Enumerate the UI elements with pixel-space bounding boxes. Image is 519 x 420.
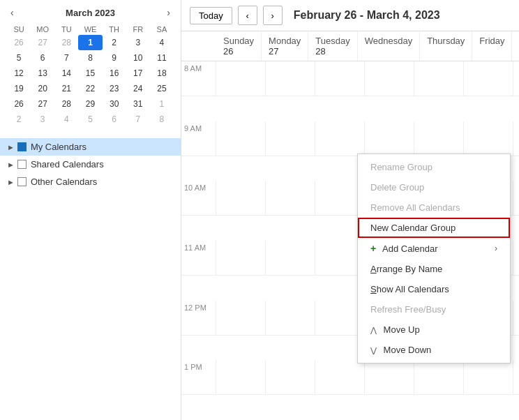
cal-day-8[interactable]: 8 (150, 112, 174, 127)
time-slot-day-4[interactable] (414, 61, 464, 96)
menu-item-refresh-free-busy[interactable]: Refresh Free/Busy (358, 299, 510, 320)
time-slot-day-4[interactable] (414, 360, 464, 395)
next-month-button[interactable]: › (163, 6, 174, 20)
group-item-my-calendars[interactable]: ► My Calendars (0, 138, 181, 156)
group-item-shared-calendars[interactable]: ► Shared Calendars (0, 156, 181, 173)
time-slot-day-3[interactable] (365, 121, 414, 156)
time-header-spacer (181, 31, 216, 61)
cal-day-5[interactable]: 5 (7, 50, 31, 66)
time-slot-day-3[interactable] (365, 61, 414, 96)
time-slot-day-1[interactable] (266, 241, 315, 276)
cal-day-26[interactable]: 26 (7, 96, 31, 112)
time-slot-day-2[interactable] (315, 360, 365, 395)
cal-day-9[interactable]: 9 (103, 50, 126, 66)
cal-day-5[interactable]: 5 (78, 112, 102, 127)
menu-item-show-all-calendars[interactable]: Show All Calendars (358, 279, 510, 299)
menu-item-rename-group[interactable]: Rename Group (358, 157, 510, 177)
cal-day-27[interactable]: 27 (31, 35, 54, 50)
time-slot-day-1[interactable] (266, 181, 315, 216)
cal-day-21[interactable]: 21 (54, 81, 78, 96)
cal-day-1[interactable]: 1 (78, 35, 102, 50)
menu-item-add-calendar[interactable]: + Add Calendar › (358, 238, 510, 259)
next-week-button[interactable]: › (263, 6, 283, 25)
today-button[interactable]: Today (190, 7, 232, 24)
toolbar: Today ‹ › February 26 - March 4, 2023 (181, 0, 519, 31)
cal-day-20[interactable]: 20 (31, 81, 54, 96)
time-slot-day-0[interactable] (216, 241, 266, 276)
cal-day-1[interactable]: 1 (150, 96, 174, 112)
time-slot-day-6[interactable] (513, 301, 519, 336)
cal-day-19[interactable]: 19 (7, 81, 31, 96)
time-slot-day-2[interactable] (315, 61, 365, 96)
day-header-sunday: Sunday 26 (216, 31, 262, 61)
cal-day-2[interactable]: 2 (103, 35, 126, 50)
cal-day-15[interactable]: 15 (78, 66, 102, 81)
cal-day-14[interactable]: 14 (54, 66, 78, 81)
cal-day-7[interactable]: 7 (54, 50, 78, 66)
calendar-grid: SUMOTUWETHFRSA 2627281234567891011121314… (7, 24, 174, 127)
menu-item-remove-all-calendars[interactable]: Remove All Calendars (358, 197, 510, 218)
cal-day-4[interactable]: 4 (150, 35, 174, 50)
context-menu: Rename Group Delete Group Remove All Cal… (357, 153, 511, 363)
menu-item-move-down[interactable]: ⋁ Move Down (358, 340, 510, 360)
time-slot-day-6[interactable] (513, 121, 519, 156)
time-slot-day-1[interactable] (266, 301, 315, 336)
cal-day-16[interactable]: 16 (103, 66, 126, 81)
cal-day-23[interactable]: 23 (103, 81, 126, 96)
cal-day-24[interactable]: 24 (126, 81, 150, 96)
time-slot-day-0[interactable] (216, 121, 266, 156)
time-slot-day-0[interactable] (216, 360, 266, 395)
cal-day-28[interactable]: 28 (54, 35, 78, 50)
cal-day-3[interactable]: 3 (126, 35, 150, 50)
time-slot-day-1[interactable] (266, 121, 315, 156)
group-item-other-calendars[interactable]: ► Other Calendars (0, 173, 181, 190)
time-slot-day-5[interactable] (464, 360, 513, 395)
menu-label-add-calendar: + Add Calendar (370, 243, 438, 254)
cal-day-4[interactable]: 4 (54, 112, 78, 127)
cal-day-29[interactable]: 29 (78, 96, 102, 112)
time-slot-day-5[interactable] (464, 61, 513, 96)
cal-day-22[interactable]: 22 (78, 81, 102, 96)
cal-day-8[interactable]: 8 (78, 50, 102, 66)
group-checkbox-other-calendars[interactable] (17, 177, 27, 186)
group-checkbox-my-calendars[interactable] (17, 142, 27, 151)
group-checkbox-shared-calendars[interactable] (17, 160, 27, 169)
cal-day-13[interactable]: 13 (31, 66, 54, 81)
cal-day-25[interactable]: 25 (150, 81, 174, 96)
time-slot-day-6[interactable] (513, 241, 519, 276)
time-slot-day-6[interactable] (513, 61, 519, 96)
time-slot-day-3[interactable] (365, 360, 414, 395)
cal-day-2[interactable]: 2 (7, 112, 31, 127)
time-slot-day-6[interactable] (513, 360, 519, 395)
time-slot-day-0[interactable] (216, 181, 266, 216)
cal-day-27[interactable]: 27 (31, 96, 54, 112)
time-slot-day-0[interactable] (216, 61, 266, 96)
time-slot-day-0[interactable] (216, 301, 266, 336)
cal-day-26[interactable]: 26 (7, 35, 31, 50)
time-label-11-am: 11 AM (181, 241, 216, 276)
time-slot-day-1[interactable] (266, 61, 315, 96)
menu-item-new-calendar-group[interactable]: New Calendar Group (358, 218, 510, 238)
time-slot-day-2[interactable] (315, 121, 365, 156)
cal-day-12[interactable]: 12 (7, 66, 31, 81)
time-slot-day-1[interactable] (266, 360, 315, 395)
cal-day-10[interactable]: 10 (126, 50, 150, 66)
cal-day-31[interactable]: 31 (126, 96, 150, 112)
menu-item-delete-group[interactable]: Delete Group (358, 177, 510, 197)
time-slot-day-4[interactable] (414, 121, 464, 156)
menu-item-arrange-by-name[interactable]: Arrange By Name (358, 259, 510, 279)
prev-month-button[interactable]: ‹ (7, 6, 17, 20)
cal-day-6[interactable]: 6 (103, 112, 126, 127)
cal-day-18[interactable]: 18 (150, 66, 174, 81)
cal-day-17[interactable]: 17 (126, 66, 150, 81)
cal-day-7[interactable]: 7 (126, 112, 150, 127)
prev-week-button[interactable]: ‹ (238, 6, 257, 25)
cal-day-3[interactable]: 3 (31, 112, 54, 127)
cal-day-11[interactable]: 11 (150, 50, 174, 66)
cal-day-30[interactable]: 30 (103, 96, 126, 112)
cal-day-6[interactable]: 6 (31, 50, 54, 66)
time-slot-day-5[interactable] (464, 121, 513, 156)
time-slot-day-6[interactable] (513, 181, 519, 216)
cal-day-28[interactable]: 28 (54, 96, 78, 112)
menu-item-move-up[interactable]: ⋀ Move Up (358, 320, 510, 340)
